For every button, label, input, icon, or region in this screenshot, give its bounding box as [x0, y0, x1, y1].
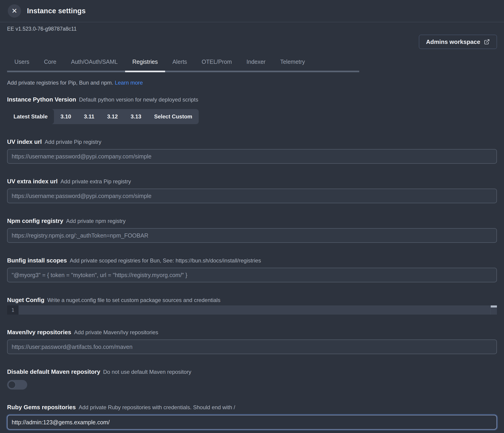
python-version-section: Instance Python Version Default python v…: [7, 96, 497, 124]
python-option-3-10[interactable]: 3.10: [54, 109, 78, 124]
bunfig-install-scopes-description: Add private scoped registries for Bun, S…: [70, 257, 261, 264]
tab-users[interactable]: Users: [7, 59, 36, 72]
uv-index-url-input[interactable]: [7, 149, 497, 164]
python-version-segmented-control: Latest Stable 3.10 3.11 3.12 3.13 Select…: [7, 109, 199, 124]
disable-maven-toggle[interactable]: [7, 380, 27, 389]
python-option-3-12[interactable]: 3.12: [101, 109, 124, 124]
python-option-3-11[interactable]: 3.11: [78, 109, 101, 124]
learn-more-link[interactable]: Learn more: [115, 80, 143, 86]
maven-repositories-section: Maven/Ivy repositories Add private Maven…: [7, 329, 497, 354]
ruby-gems-section: Ruby Gems repositories Add private Ruby …: [7, 404, 497, 430]
editor-scrollbar-thumb[interactable]: [491, 305, 497, 308]
external-link-icon: [484, 39, 490, 45]
maven-repositories-label: Maven/Ivy repositories: [7, 329, 71, 336]
tab-auth-oauth-saml[interactable]: Auth/OAuth/SAML: [63, 59, 125, 72]
uv-extra-index-url-input[interactable]: [7, 189, 497, 203]
ruby-gems-label: Ruby Gems repositories: [7, 404, 76, 411]
bunfig-install-scopes-section: Bunfig install scopes Add private scoped…: [7, 257, 497, 282]
npm-config-registry-description: Add private npm registry: [66, 218, 126, 224]
settings-tabs: Users Core Auth/OAuth/SAML Registries Al…: [7, 59, 359, 72]
workspace-row: Admins workspace: [7, 35, 497, 49]
npm-config-registry-section: Npm config registry Add private npm regi…: [7, 217, 497, 243]
uv-index-url-section: UV index url Add private Pip registry: [7, 138, 497, 164]
python-option-select-custom[interactable]: Select Custom: [148, 109, 199, 124]
nuget-config-label: Nuget Config: [7, 297, 44, 303]
python-version-label: Instance Python Version: [7, 96, 76, 103]
tab-indexer[interactable]: Indexer: [239, 59, 273, 72]
python-version-description: Default python version for newly deploye…: [79, 97, 198, 103]
close-icon: ✕: [11, 8, 17, 14]
maven-repositories-description: Add private Maven/Ivy repositories: [74, 329, 158, 335]
ruby-gems-description: Add private Ruby repositories with crede…: [79, 404, 235, 410]
uv-extra-index-url-section: UV extra index url Add private extra Pip…: [7, 178, 497, 203]
python-version-header: Instance Python Version Default python v…: [7, 96, 497, 103]
nuget-config-section: Nuget Config Write a nuget.config file t…: [7, 297, 497, 315]
version-text: EE v1.523.0-76-g98787a8c11: [7, 26, 497, 32]
bunfig-install-scopes-input[interactable]: [7, 268, 497, 282]
disable-maven-section: Disable default Maven repository Do not …: [7, 368, 497, 389]
uv-index-url-label: UV index url: [7, 138, 42, 145]
intro-text: Add private registries for Pip, Bun and …: [7, 80, 497, 86]
uv-extra-index-url-label: UV extra index url: [7, 178, 58, 185]
editor-line-content[interactable]: [18, 305, 491, 315]
npm-config-registry-label: Npm config registry: [7, 217, 63, 224]
page-title: Instance settings: [27, 7, 86, 15]
uv-extra-index-url-description: Add private extra Pip registry: [61, 178, 131, 185]
disable-maven-label: Disable default Maven repository: [7, 368, 100, 375]
editor-scrollbar[interactable]: [491, 305, 497, 315]
tab-telemetry[interactable]: Telemetry: [273, 59, 312, 72]
settings-content: Windmill EE v1.523.0-76-g98787a8c11 Admi…: [0, 22, 504, 433]
npm-config-registry-input[interactable]: [7, 228, 497, 243]
editor-line-number: 1: [7, 305, 18, 315]
tab-registries[interactable]: Registries: [125, 59, 165, 72]
uv-index-url-description: Add private Pip registry: [45, 139, 101, 145]
ruby-gems-input[interactable]: [7, 415, 497, 430]
python-option-3-13[interactable]: 3.13: [124, 109, 148, 124]
close-button[interactable]: ✕: [8, 4, 21, 18]
admins-workspace-label: Admins workspace: [426, 38, 480, 45]
tab-otel-prom[interactable]: OTEL/Prom: [194, 59, 239, 72]
clipped-heading: Windmill: [15, 22, 497, 25]
python-option-latest-stable[interactable]: Latest Stable: [7, 109, 54, 124]
tab-core[interactable]: Core: [36, 59, 63, 72]
admins-workspace-button[interactable]: Admins workspace: [419, 35, 497, 49]
toggle-knob: [8, 381, 16, 389]
nuget-config-description: Write a nuget.config file to set custom …: [47, 297, 220, 303]
disable-maven-description: Do not use default Maven repository: [103, 369, 191, 375]
tab-alerts[interactable]: Alerts: [165, 59, 194, 72]
maven-repositories-input[interactable]: [7, 339, 497, 354]
bunfig-install-scopes-label: Bunfig install scopes: [7, 257, 67, 264]
nuget-config-editor[interactable]: 1: [7, 305, 497, 315]
modal-header: ✕ Instance settings: [0, 0, 504, 22]
